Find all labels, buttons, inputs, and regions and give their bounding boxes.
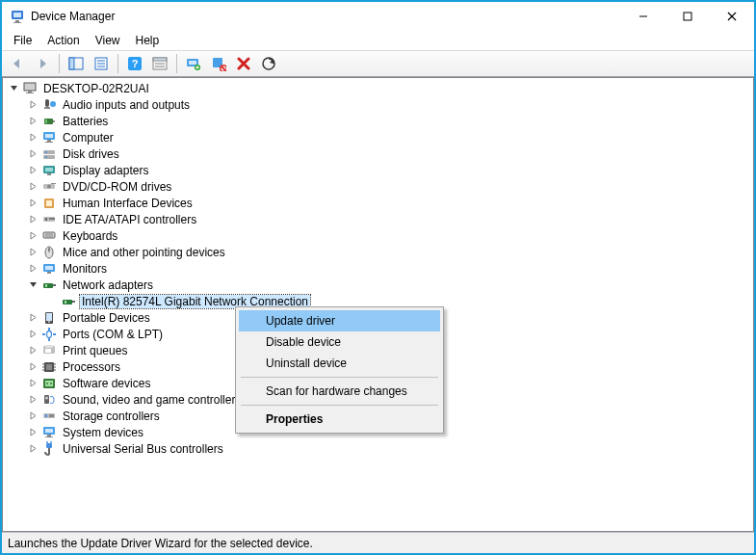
chevron-right-icon[interactable] bbox=[26, 131, 39, 145]
svg-rect-101 bbox=[46, 443, 52, 448]
svg-rect-76 bbox=[53, 333, 56, 335]
chevron-right-icon[interactable] bbox=[26, 164, 39, 177]
category-row[interactable]: Disk drives bbox=[22, 145, 753, 162]
category-row[interactable]: Human Interface Devices bbox=[22, 195, 753, 211]
svg-rect-61 bbox=[45, 266, 53, 270]
svg-point-47 bbox=[47, 184, 51, 188]
category-icon bbox=[41, 146, 57, 162]
svg-point-72 bbox=[47, 330, 52, 337]
close-button[interactable] bbox=[710, 2, 754, 31]
category-row[interactable]: IDE ATA/ATAPI controllers bbox=[22, 211, 753, 227]
category-icon bbox=[41, 409, 57, 424]
properties-button[interactable] bbox=[90, 52, 113, 75]
svg-rect-81 bbox=[46, 364, 52, 370]
category-icon bbox=[41, 163, 57, 178]
chevron-right-icon[interactable] bbox=[26, 393, 39, 407]
forward-button bbox=[31, 52, 54, 75]
uninstall-button[interactable] bbox=[232, 52, 255, 75]
device-tree-panel[interactable]: DESKTOP-02R2UAI Audio inputs and outputs… bbox=[2, 77, 754, 532]
svg-rect-100 bbox=[45, 436, 53, 437]
svg-rect-21 bbox=[189, 61, 196, 65]
menu-help[interactable]: Help bbox=[128, 32, 168, 49]
category-label: Processors bbox=[61, 360, 122, 374]
category-icon bbox=[41, 114, 57, 129]
category-icon bbox=[41, 228, 57, 244]
chevron-right-icon[interactable] bbox=[26, 180, 39, 194]
category-icon bbox=[41, 212, 57, 227]
svg-rect-62 bbox=[47, 272, 51, 274]
minimize-button[interactable] bbox=[621, 2, 665, 31]
scan-button[interactable] bbox=[257, 52, 280, 75]
app-icon bbox=[10, 9, 25, 24]
toolbar-separator bbox=[117, 54, 118, 73]
context-properties[interactable]: Properties bbox=[239, 409, 440, 430]
chevron-right-icon[interactable] bbox=[26, 360, 39, 374]
category-row[interactable]: Keyboards bbox=[22, 227, 753, 244]
chevron-right-icon[interactable] bbox=[26, 98, 39, 112]
category-label: Sound, video and game controllers bbox=[61, 393, 243, 407]
context-menu: Update driver Disable device Uninstall d… bbox=[235, 306, 444, 434]
chevron-right-icon[interactable] bbox=[26, 344, 39, 357]
category-row[interactable]: Mice and other pointing devices bbox=[22, 244, 753, 260]
root-node[interactable]: DESKTOP-02R2UAI bbox=[3, 80, 753, 96]
category-label: Keyboards bbox=[61, 229, 119, 243]
context-menu-separator bbox=[241, 405, 438, 406]
svg-point-59 bbox=[48, 249, 50, 251]
chevron-right-icon[interactable] bbox=[26, 213, 39, 226]
disable-device-button[interactable] bbox=[207, 52, 230, 75]
context-scan-hardware[interactable]: Scan for hardware changes bbox=[239, 381, 440, 402]
chevron-down-icon[interactable] bbox=[7, 82, 20, 95]
chevron-right-icon[interactable] bbox=[26, 442, 39, 456]
chevron-right-icon[interactable] bbox=[26, 147, 39, 161]
chevron-right-icon[interactable] bbox=[26, 426, 39, 439]
svg-rect-33 bbox=[53, 120, 55, 122]
chevron-right-icon[interactable] bbox=[26, 410, 39, 423]
svg-rect-73 bbox=[48, 328, 50, 330]
category-row[interactable]: Universal Serial Bus controllers bbox=[22, 440, 753, 457]
category-row[interactable]: Display adapters bbox=[22, 162, 753, 178]
category-row[interactable]: Network adapters bbox=[22, 277, 753, 293]
category-row[interactable]: Computer bbox=[22, 129, 753, 145]
svg-rect-27 bbox=[28, 91, 32, 92]
category-row[interactable]: DVD/CD-ROM drives bbox=[22, 178, 753, 195]
context-uninstall-device[interactable]: Uninstall device bbox=[239, 353, 440, 374]
svg-rect-45 bbox=[47, 173, 51, 175]
svg-rect-37 bbox=[47, 140, 51, 142]
update-driver-button[interactable] bbox=[182, 52, 205, 75]
category-row[interactable]: Audio inputs and outputs bbox=[22, 96, 753, 113]
chevron-right-icon[interactable] bbox=[26, 262, 39, 276]
context-update-driver[interactable]: Update driver bbox=[239, 310, 440, 331]
chevron-down-icon[interactable] bbox=[26, 278, 39, 292]
show-hide-tree-button[interactable] bbox=[65, 52, 88, 75]
chevron-right-icon[interactable] bbox=[26, 246, 39, 259]
category-icon bbox=[41, 261, 57, 277]
category-row[interactable]: Batteries bbox=[22, 113, 753, 129]
chevron-right-icon[interactable] bbox=[26, 328, 39, 341]
category-label: Print queues bbox=[61, 344, 129, 357]
menu-view[interactable]: View bbox=[88, 32, 128, 49]
category-label: Disk drives bbox=[61, 147, 121, 161]
show-hidden-button[interactable] bbox=[148, 52, 171, 75]
menu-action[interactable]: Action bbox=[39, 32, 87, 49]
chevron-right-icon[interactable] bbox=[26, 377, 39, 390]
chevron-right-icon[interactable] bbox=[26, 197, 39, 210]
chevron-right-icon[interactable] bbox=[26, 311, 39, 325]
context-disable-device[interactable]: Disable device bbox=[239, 331, 440, 353]
svg-rect-29 bbox=[45, 99, 49, 107]
help-button[interactable]: ? bbox=[123, 52, 146, 75]
category-icon bbox=[41, 179, 57, 195]
maximize-button[interactable] bbox=[665, 2, 710, 31]
category-icon bbox=[41, 343, 57, 358]
category-icon bbox=[41, 245, 57, 260]
svg-point-25 bbox=[263, 58, 274, 69]
toolbar: ? bbox=[2, 50, 754, 77]
category-label: Storage controllers bbox=[61, 410, 162, 423]
svg-rect-52 bbox=[45, 218, 47, 221]
category-row[interactable]: Monitors bbox=[22, 260, 753, 277]
menu-file[interactable]: File bbox=[6, 32, 39, 49]
svg-rect-3 bbox=[13, 22, 21, 23]
svg-point-91 bbox=[50, 383, 52, 384]
chevron-right-icon[interactable] bbox=[26, 115, 39, 128]
chevron-right-icon[interactable] bbox=[26, 229, 39, 243]
svg-text:?: ? bbox=[132, 58, 139, 69]
